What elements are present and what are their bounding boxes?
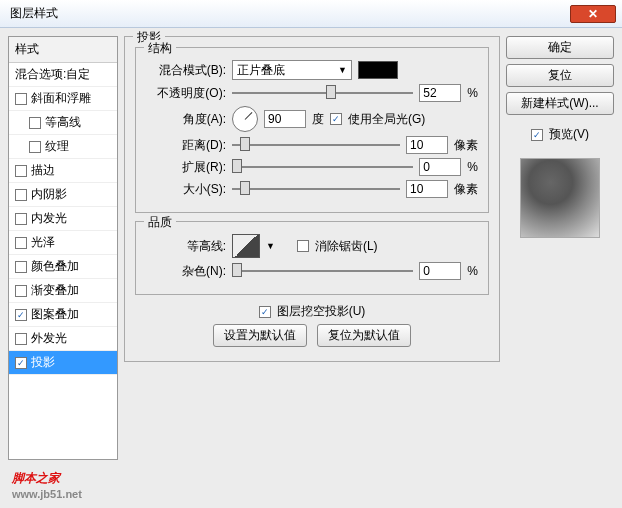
style-item[interactable]: 光泽 [9,231,117,255]
chevron-down-icon[interactable]: ▼ [266,241,275,251]
style-item[interactable]: 颜色叠加 [9,255,117,279]
noise-slider[interactable] [232,263,413,279]
blend-mode-label: 混合模式(B): [146,62,226,79]
knockout-checkbox[interactable]: ✓ [259,306,271,318]
spread-input[interactable] [419,158,461,176]
style-checkbox[interactable]: ✓ [15,357,27,369]
window-title: 图层样式 [6,5,570,22]
style-checkbox[interactable] [29,141,41,153]
set-default-button[interactable]: 设置为默认值 [213,324,307,347]
style-item[interactable]: 描边 [9,159,117,183]
global-light-label: 使用全局光(G) [348,111,425,128]
styles-header: 样式 [9,37,117,63]
style-item[interactable]: 外发光 [9,327,117,351]
unit-percent: % [467,264,478,278]
style-item[interactable]: ✓图案叠加 [9,303,117,327]
contour-label: 等高线: [146,238,226,255]
reset-button[interactable]: 复位 [506,64,614,87]
unit-px: 像素 [454,137,478,154]
distance-label: 距离(D): [146,137,226,154]
style-checkbox[interactable] [15,285,27,297]
style-item[interactable]: 等高线 [9,111,117,135]
reset-default-button[interactable]: 复位为默认值 [317,324,411,347]
preview-label: 预览(V) [549,126,589,143]
style-item-label: 投影 [31,354,55,371]
style-item[interactable]: 渐变叠加 [9,279,117,303]
style-item-label: 内阴影 [31,186,67,203]
style-item-label: 外发光 [31,330,67,347]
style-item[interactable]: 内阴影 [9,183,117,207]
size-label: 大小(S): [146,181,226,198]
style-item[interactable]: 纹理 [9,135,117,159]
style-checkbox[interactable] [29,117,41,129]
style-checkbox[interactable] [15,237,27,249]
close-button[interactable]: ✕ [570,5,616,23]
style-item-label: 斜面和浮雕 [31,90,91,107]
style-item-label: 颜色叠加 [31,258,79,275]
style-item[interactable]: 斜面和浮雕 [9,87,117,111]
shadow-color-swatch[interactable] [358,61,398,79]
angle-label: 角度(A): [146,111,226,128]
contour-picker[interactable] [232,234,260,258]
style-item-label: 光泽 [31,234,55,251]
distance-slider[interactable] [232,137,400,153]
spread-label: 扩展(R): [146,159,226,176]
style-checkbox[interactable] [15,93,27,105]
blend-mode-dropdown[interactable]: 正片叠底 ▼ [232,60,352,80]
style-checkbox[interactable]: ✓ [15,309,27,321]
preview-thumbnail [520,158,600,238]
angle-input[interactable] [264,110,306,128]
preview-checkbox[interactable]: ✓ [531,129,543,141]
quality-legend: 品质 [144,214,176,231]
style-item-label: 等高线 [45,114,81,131]
chevron-down-icon: ▼ [338,65,347,75]
new-style-button[interactable]: 新建样式(W)... [506,92,614,115]
size-slider[interactable] [232,181,400,197]
style-item[interactable]: ✓投影 [9,351,117,375]
opacity-slider[interactable] [232,85,413,101]
unit-percent: % [467,86,478,100]
spread-slider[interactable] [232,159,413,175]
antialias-checkbox[interactable] [297,240,309,252]
style-item-label: 渐变叠加 [31,282,79,299]
style-checkbox[interactable] [15,189,27,201]
structure-legend: 结构 [144,40,176,57]
noise-input[interactable] [419,262,461,280]
unit-px: 像素 [454,181,478,198]
unit-percent: % [467,160,478,174]
antialias-label: 消除锯齿(L) [315,238,378,255]
ok-button[interactable]: 确定 [506,36,614,59]
style-checkbox[interactable] [15,333,27,345]
style-item[interactable]: 内发光 [9,207,117,231]
style-checkbox[interactable] [15,165,27,177]
angle-dial[interactable] [232,106,258,132]
style-item-label: 纹理 [45,138,69,155]
styles-list: 样式 混合选项:自定 斜面和浮雕等高线纹理描边内阴影内发光光泽颜色叠加渐变叠加✓… [8,36,118,460]
blend-options-item[interactable]: 混合选项:自定 [9,63,117,87]
opacity-label: 不透明度(O): [146,85,226,102]
style-item-label: 描边 [31,162,55,179]
style-item-label: 图案叠加 [31,306,79,323]
global-light-checkbox[interactable]: ✓ [330,113,342,125]
style-checkbox[interactable] [15,213,27,225]
size-input[interactable] [406,180,448,198]
watermark: 脚本之家 www.jb51.net [12,461,82,500]
blend-mode-value: 正片叠底 [237,62,285,79]
knockout-label: 图层挖空投影(U) [277,303,366,320]
distance-input[interactable] [406,136,448,154]
style-checkbox[interactable] [15,261,27,273]
opacity-input[interactable] [419,84,461,102]
style-item-label: 内发光 [31,210,67,227]
unit-degree: 度 [312,111,324,128]
noise-label: 杂色(N): [146,263,226,280]
